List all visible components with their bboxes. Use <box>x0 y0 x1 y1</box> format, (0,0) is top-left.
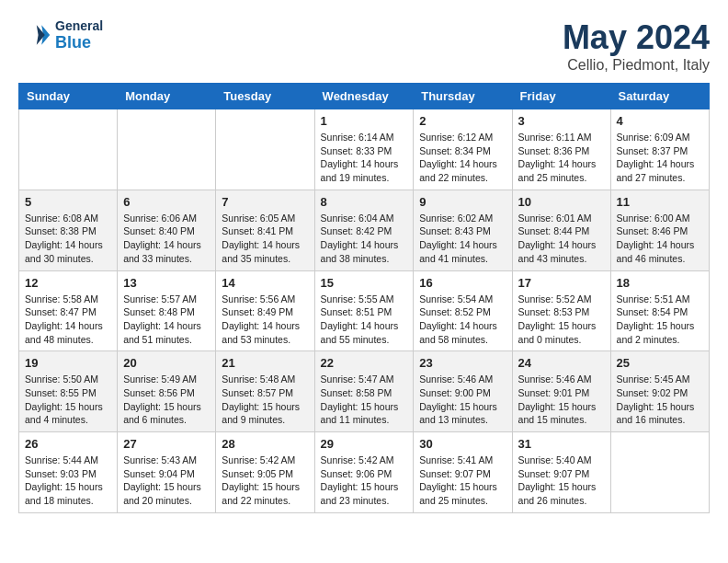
calendar-cell: 25Sunrise: 5:45 AM Sunset: 9:02 PM Dayli… <box>610 351 709 432</box>
day-number: 7 <box>222 195 308 209</box>
cell-content: Sunrise: 6:06 AM Sunset: 8:40 PM Dayligh… <box>123 212 210 266</box>
calendar-table: SundayMondayTuesdayWednesdayThursdayFrid… <box>18 83 710 513</box>
calendar-cell: 10Sunrise: 6:01 AM Sunset: 8:44 PM Dayli… <box>512 190 610 270</box>
day-number: 9 <box>419 195 506 209</box>
header-cell-wednesday: Wednesday <box>314 84 414 109</box>
calendar-cell: 2Sunrise: 6:12 AM Sunset: 8:34 PM Daylig… <box>414 109 512 190</box>
calendar-cell: 14Sunrise: 5:56 AM Sunset: 8:49 PM Dayli… <box>216 270 314 351</box>
cell-content: Sunrise: 5:57 AM Sunset: 8:48 PM Dayligh… <box>123 293 210 347</box>
day-number: 18 <box>617 276 703 290</box>
week-row-2: 5Sunrise: 6:08 AM Sunset: 8:38 PM Daylig… <box>19 190 710 270</box>
calendar-cell: 31Sunrise: 5:40 AM Sunset: 9:07 PM Dayli… <box>512 432 610 513</box>
day-number: 20 <box>123 356 210 370</box>
cell-content: Sunrise: 5:41 AM Sunset: 9:07 PM Dayligh… <box>419 454 506 508</box>
day-number: 10 <box>518 195 605 209</box>
day-number: 12 <box>25 276 111 290</box>
cell-content: Sunrise: 5:46 AM Sunset: 9:01 PM Dayligh… <box>518 373 605 427</box>
cell-content: Sunrise: 5:44 AM Sunset: 9:03 PM Dayligh… <box>25 454 111 508</box>
week-row-1: 1Sunrise: 6:14 AM Sunset: 8:33 PM Daylig… <box>19 109 710 190</box>
cell-content: Sunrise: 6:02 AM Sunset: 8:43 PM Dayligh… <box>419 212 506 266</box>
month-year: May 2024 <box>563 18 710 57</box>
day-number: 15 <box>321 276 408 290</box>
header-row: SundayMondayTuesdayWednesdayThursdayFrid… <box>19 84 710 109</box>
day-number: 28 <box>222 437 308 451</box>
calendar-cell: 30Sunrise: 5:41 AM Sunset: 9:07 PM Dayli… <box>414 432 512 513</box>
calendar-cell: 22Sunrise: 5:47 AM Sunset: 8:58 PM Dayli… <box>314 351 414 432</box>
calendar-cell <box>118 109 216 190</box>
calendar-cell: 1Sunrise: 6:14 AM Sunset: 8:33 PM Daylig… <box>314 109 414 190</box>
day-number: 3 <box>518 114 605 128</box>
cell-content: Sunrise: 5:45 AM Sunset: 9:02 PM Dayligh… <box>617 373 703 427</box>
header-cell-tuesday: Tuesday <box>216 84 314 109</box>
day-number: 6 <box>123 195 210 209</box>
logo-general: General <box>55 19 103 33</box>
day-number: 8 <box>321 195 408 209</box>
calendar-cell: 29Sunrise: 5:42 AM Sunset: 9:06 PM Dayli… <box>314 432 414 513</box>
calendar-cell: 20Sunrise: 5:49 AM Sunset: 8:56 PM Dayli… <box>118 351 216 432</box>
day-number: 5 <box>25 195 111 209</box>
page-header: General Blue May 2024 Cellio, Piedmont, … <box>18 18 710 74</box>
day-number: 16 <box>419 276 506 290</box>
day-number: 13 <box>123 276 210 290</box>
day-number: 26 <box>25 437 111 451</box>
header-cell-sunday: Sunday <box>19 84 118 109</box>
cell-content: Sunrise: 5:48 AM Sunset: 8:57 PM Dayligh… <box>222 373 308 427</box>
calendar-cell: 21Sunrise: 5:48 AM Sunset: 8:57 PM Dayli… <box>216 351 314 432</box>
header-cell-monday: Monday <box>118 84 216 109</box>
day-number: 23 <box>419 356 506 370</box>
cell-content: Sunrise: 6:09 AM Sunset: 8:37 PM Dayligh… <box>617 131 703 185</box>
title-block: May 2024 Cellio, Piedmont, Italy <box>563 18 710 74</box>
cell-content: Sunrise: 5:52 AM Sunset: 8:53 PM Dayligh… <box>518 293 605 347</box>
cell-content: Sunrise: 6:14 AM Sunset: 8:33 PM Dayligh… <box>321 131 408 185</box>
cell-content: Sunrise: 5:56 AM Sunset: 8:49 PM Dayligh… <box>222 293 308 347</box>
calendar-header: SundayMondayTuesdayWednesdayThursdayFrid… <box>19 84 710 109</box>
logo-icon <box>18 18 51 52</box>
logo: General Blue <box>18 18 103 52</box>
calendar-cell: 8Sunrise: 6:04 AM Sunset: 8:42 PM Daylig… <box>314 190 414 270</box>
calendar-cell <box>19 109 118 190</box>
calendar-body: 1Sunrise: 6:14 AM Sunset: 8:33 PM Daylig… <box>19 109 710 513</box>
calendar-cell: 3Sunrise: 6:11 AM Sunset: 8:36 PM Daylig… <box>512 109 610 190</box>
cell-content: Sunrise: 6:12 AM Sunset: 8:34 PM Dayligh… <box>419 131 506 185</box>
cell-content: Sunrise: 5:42 AM Sunset: 9:06 PM Dayligh… <box>321 454 408 508</box>
calendar-cell: 15Sunrise: 5:55 AM Sunset: 8:51 PM Dayli… <box>314 270 414 351</box>
cell-content: Sunrise: 5:51 AM Sunset: 8:54 PM Dayligh… <box>617 293 703 347</box>
day-number: 22 <box>321 356 408 370</box>
cell-content: Sunrise: 6:04 AM Sunset: 8:42 PM Dayligh… <box>321 212 408 266</box>
calendar-cell: 12Sunrise: 5:58 AM Sunset: 8:47 PM Dayli… <box>19 270 118 351</box>
calendar-cell: 11Sunrise: 6:00 AM Sunset: 8:46 PM Dayli… <box>610 190 709 270</box>
calendar-cell: 26Sunrise: 5:44 AM Sunset: 9:03 PM Dayli… <box>19 432 118 513</box>
cell-content: Sunrise: 5:58 AM Sunset: 8:47 PM Dayligh… <box>25 293 111 347</box>
logo-text: General Blue <box>55 19 103 50</box>
cell-content: Sunrise: 5:49 AM Sunset: 8:56 PM Dayligh… <box>123 373 210 427</box>
calendar-cell: 27Sunrise: 5:43 AM Sunset: 9:04 PM Dayli… <box>118 432 216 513</box>
cell-content: Sunrise: 5:43 AM Sunset: 9:04 PM Dayligh… <box>123 454 210 508</box>
cell-content: Sunrise: 5:47 AM Sunset: 8:58 PM Dayligh… <box>321 373 408 427</box>
calendar-cell: 23Sunrise: 5:46 AM Sunset: 9:00 PM Dayli… <box>414 351 512 432</box>
day-number: 31 <box>518 437 605 451</box>
cell-content: Sunrise: 6:00 AM Sunset: 8:46 PM Dayligh… <box>617 212 703 266</box>
day-number: 25 <box>617 356 703 370</box>
cell-content: Sunrise: 5:54 AM Sunset: 8:52 PM Dayligh… <box>419 293 506 347</box>
day-number: 4 <box>617 114 703 128</box>
cell-content: Sunrise: 5:50 AM Sunset: 8:55 PM Dayligh… <box>25 373 111 427</box>
day-number: 27 <box>123 437 210 451</box>
calendar-cell: 7Sunrise: 6:05 AM Sunset: 8:41 PM Daylig… <box>216 190 314 270</box>
calendar-cell <box>216 109 314 190</box>
day-number: 1 <box>321 114 408 128</box>
header-cell-saturday: Saturday <box>610 84 709 109</box>
calendar-cell: 28Sunrise: 5:42 AM Sunset: 9:05 PM Dayli… <box>216 432 314 513</box>
calendar-cell: 16Sunrise: 5:54 AM Sunset: 8:52 PM Dayli… <box>414 270 512 351</box>
cell-content: Sunrise: 5:46 AM Sunset: 9:00 PM Dayligh… <box>419 373 506 427</box>
week-row-4: 19Sunrise: 5:50 AM Sunset: 8:55 PM Dayli… <box>19 351 710 432</box>
cell-content: Sunrise: 6:01 AM Sunset: 8:44 PM Dayligh… <box>518 212 605 266</box>
calendar-cell: 13Sunrise: 5:57 AM Sunset: 8:48 PM Dayli… <box>118 270 216 351</box>
calendar-cell: 4Sunrise: 6:09 AM Sunset: 8:37 PM Daylig… <box>610 109 709 190</box>
calendar-cell <box>610 432 709 513</box>
logo-blue: Blue <box>55 34 103 51</box>
day-number: 17 <box>518 276 605 290</box>
day-number: 29 <box>321 437 408 451</box>
calendar-cell: 24Sunrise: 5:46 AM Sunset: 9:01 PM Dayli… <box>512 351 610 432</box>
header-cell-thursday: Thursday <box>414 84 512 109</box>
calendar-cell: 18Sunrise: 5:51 AM Sunset: 8:54 PM Dayli… <box>610 270 709 351</box>
